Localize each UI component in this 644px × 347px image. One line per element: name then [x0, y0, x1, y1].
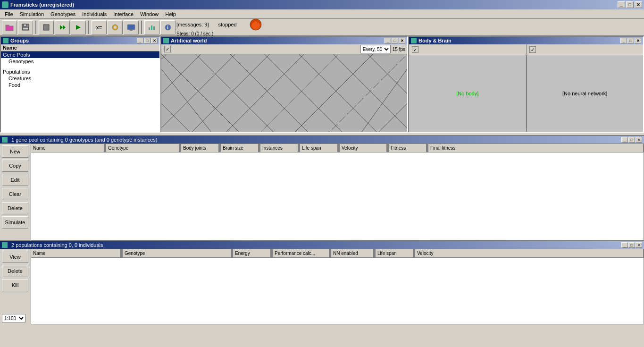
tree-item-food[interactable]: Food	[1, 82, 159, 88]
brain-title-bar: Body & Brain _ □ ✕	[409, 37, 643, 44]
svg-marker-8	[76, 25, 81, 30]
clear-button[interactable]: Clear	[2, 188, 28, 200]
svg-rect-1	[6, 25, 9, 26]
brain-minimize[interactable]: _	[620, 38, 627, 43]
tree-item-genepools[interactable]: Gene Pools	[1, 51, 159, 58]
world-checkbox[interactable]: ✓	[164, 46, 171, 52]
toolbar-display[interactable]	[124, 20, 139, 34]
populations-minimize[interactable]: _	[621, 242, 628, 248]
populations-icon	[2, 242, 8, 248]
kill-button[interactable]: Kill	[2, 279, 28, 291]
col-instances: Instances	[260, 144, 298, 152]
col-genotype: Genotype	[106, 144, 179, 152]
genepool-maximize[interactable]: □	[628, 137, 635, 143]
genepool-minimize[interactable]: _	[621, 137, 628, 143]
groups-close[interactable]: ✕	[151, 38, 158, 43]
simulate-button[interactable]: Simulate	[2, 216, 28, 229]
tree-item-genotypes[interactable]: Genotypes	[1, 58, 159, 65]
menu-individuals[interactable]: Individuals	[79, 10, 109, 18]
col-fitness: Fitness	[389, 144, 427, 152]
populations-maximize[interactable]: □	[628, 242, 635, 248]
col-lifespan: Life span	[300, 144, 338, 152]
menu-file[interactable]: File	[2, 10, 16, 18]
toolbar-formula[interactable]: x=	[92, 20, 107, 34]
toolbar-chart[interactable]	[108, 20, 123, 34]
toolbar-info[interactable]: i	[160, 20, 176, 34]
maximize-btn[interactable]: □	[626, 1, 634, 8]
tree-item-creatures[interactable]: Creatures	[1, 75, 159, 82]
window-controls: _ □ ✕	[618, 1, 642, 8]
groups-icon	[3, 38, 8, 43]
col-bodyjoints: Body joints	[181, 144, 219, 152]
col-name: Name	[31, 144, 104, 152]
populations-close[interactable]: ✕	[636, 242, 642, 248]
body-view: [No body]	[409, 55, 526, 132]
toolbar-stop[interactable]	[39, 20, 54, 34]
world-close[interactable]: ✕	[399, 38, 405, 43]
brain-body-checkbox[interactable]: ✓	[412, 46, 418, 53]
world-maximize[interactable]: □	[392, 38, 398, 43]
svg-rect-3	[24, 24, 26, 26]
title-bar: Framsticks (unregistered) _ □ ✕	[0, 0, 644, 9]
pop-col-name: Name	[31, 249, 121, 257]
brain-panel: Body & Brain _ □ ✕ ✓ [No body]	[408, 36, 644, 133]
brain-maximize[interactable]: □	[627, 38, 634, 43]
genepool-table-header: Name Genotype Body joints Brain size Ins…	[31, 144, 644, 152]
pop-delete-button[interactable]: Delete	[2, 265, 28, 277]
world-canvas[interactable]	[161, 54, 407, 132]
run-status: stopped	[218, 22, 236, 27]
top-panels-row: Groups _ □ ✕ Name Gene Pools Genotypes P…	[0, 36, 644, 135]
world-minimize[interactable]: _	[385, 38, 391, 43]
toolbar-save[interactable]	[18, 20, 33, 34]
toolbar-step[interactable]	[55, 20, 70, 34]
brain-nn-checkbox[interactable]: ✓	[529, 46, 536, 53]
svg-marker-6	[60, 25, 63, 30]
menu-interface[interactable]: Interface	[110, 10, 136, 18]
toolbar: x= i [messages: 9] stopped Steps: 0 (0 /…	[0, 19, 644, 36]
pop-col-lifespan: Life span	[376, 249, 413, 257]
groups-minimize[interactable]: _	[137, 38, 143, 43]
genepool-icon	[2, 137, 8, 143]
copy-button[interactable]: Copy	[2, 160, 28, 172]
toolbar-bar-chart[interactable]	[144, 20, 159, 34]
world-panel: Artificial world _ □ ✕ ✓ Every, 50 15 fp	[160, 36, 408, 133]
no-nn-label: [No neural network]	[562, 91, 607, 96]
nn-view: [No neural network]	[527, 55, 644, 132]
minimize-btn[interactable]: _	[618, 1, 625, 8]
close-btn[interactable]: ✕	[635, 1, 642, 8]
svg-line-36	[356, 69, 407, 132]
svg-point-10	[114, 26, 117, 29]
svg-rect-4	[23, 27, 28, 30]
toolbar-open[interactable]	[2, 20, 17, 34]
toolbar-run[interactable]	[71, 20, 86, 34]
edit-button[interactable]: Edit	[2, 174, 28, 186]
svg-rect-5	[43, 25, 49, 30]
svg-rect-11	[127, 25, 135, 30]
world-title-bar: Artificial world _ □ ✕	[161, 37, 407, 44]
world-title: Artificial world	[171, 38, 207, 43]
app-title: Framsticks (unregistered)	[10, 2, 74, 8]
new-button[interactable]: New	[2, 145, 28, 158]
svg-line-26	[161, 69, 218, 132]
delete-button[interactable]: Delete	[2, 202, 28, 214]
menu-bar: File Simulation Genotypes Individuals In…	[0, 9, 644, 19]
pop-col-velocity: Velocity	[415, 249, 644, 257]
menu-window[interactable]: Window	[137, 10, 161, 18]
view-button[interactable]: View	[2, 251, 28, 263]
genepool-table: Name Genotype Body joints Brain size Ins…	[31, 144, 644, 240]
menu-simulation[interactable]: Simulation	[17, 10, 47, 18]
world-controls: ✓ Every, 50 15 fps	[161, 44, 407, 54]
genepool-close[interactable]: ✕	[636, 137, 642, 143]
populations-table: Name Genotype Energy Performance calc...…	[31, 249, 644, 324]
groups-maximize[interactable]: □	[144, 38, 151, 43]
genepool-content: New Copy Edit Clear Delete Simulate Name…	[0, 144, 644, 240]
menu-genotypes[interactable]: Genotypes	[48, 10, 78, 18]
menu-help[interactable]: Help	[162, 10, 179, 18]
svg-rect-14	[151, 25, 152, 30]
zoom-select[interactable]: 1:100	[2, 314, 25, 322]
brain-close[interactable]: ✕	[635, 38, 641, 43]
tree-item-populations[interactable]: Populations	[1, 68, 159, 75]
every-select[interactable]: Every, 50	[360, 45, 391, 53]
svg-rect-13	[149, 27, 150, 30]
toolbar-sep3	[141, 21, 142, 34]
